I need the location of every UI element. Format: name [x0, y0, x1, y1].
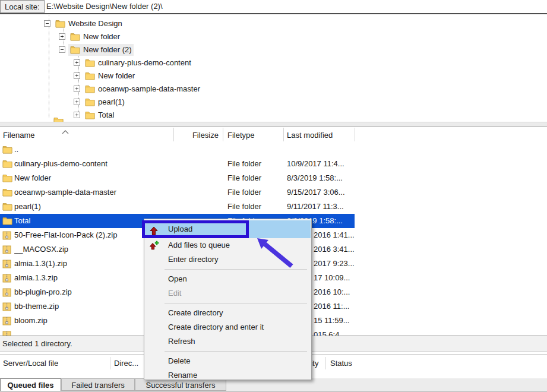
expand-plus-icon[interactable] — [74, 99, 80, 105]
column-divider[interactable] — [173, 128, 174, 141]
expand-plus-icon[interactable] — [74, 59, 80, 66]
file-last-modified: 2017 9:23... — [314, 257, 355, 271]
file-row-culinary-plus-demo-content[interactable]: culinary-plus-demo-contentFile folder10/… — [0, 157, 547, 171]
folder-icon — [2, 174, 12, 184]
tree-item-label: oceanwp-sample-data-master — [98, 83, 200, 95]
file-row-new-folder[interactable]: New folderFile folder8/3/2019 1:58:... — [0, 171, 547, 185]
menu-item-label: Rename — [168, 371, 197, 380]
folder-icon — [85, 98, 95, 106]
menu-item-label: Create directory and enter it — [168, 323, 264, 331]
tab-label: Successful transfers — [146, 381, 215, 390]
tree-item-label-wrap[interactable]: Website Design — [53, 18, 124, 30]
filezilla-local-pane: Local site: E:\Website Design\New folder… — [0, 0, 547, 392]
zip-file-icon — [2, 302, 11, 311]
collapse-minus-icon[interactable] — [44, 20, 50, 27]
zip-file-icon — [2, 274, 11, 283]
tree-item-label-wrap[interactable]: Total — [83, 109, 116, 121]
folder-icon — [2, 203, 12, 211]
zip-file-icon — [2, 260, 11, 268]
file-last-modified: 15 11:59... — [314, 314, 355, 328]
column-header-filesize[interactable]: Filesize — [173, 127, 219, 143]
local-site-path-input[interactable]: E:\Website Design\New folder (2)\ — [46, 0, 163, 13]
folder-icon — [2, 146, 12, 154]
tree-item-label-wrap[interactable]: oceanwp-sample-data-master — [83, 83, 202, 95]
zip-icon — [2, 274, 11, 284]
tab-successful-transfers[interactable]: Successful transfers — [135, 378, 226, 391]
tree-item-clipped-folder[interactable] — [53, 117, 64, 122]
column-divider[interactable] — [110, 357, 110, 369]
menu-item-open[interactable]: Open — [145, 272, 311, 286]
zip-icon — [2, 231, 11, 242]
column-header-filename[interactable]: Filename — [3, 127, 169, 143]
menu-item-refresh[interactable]: Refresh — [145, 334, 311, 349]
folder-icon — [2, 160, 12, 170]
expand-plus-icon[interactable] — [74, 112, 80, 118]
menu-separator — [165, 351, 307, 352]
menu-item-label: Delete — [168, 356, 191, 365]
folder-icon — [2, 188, 12, 198]
column-divider[interactable] — [355, 128, 355, 141]
tree-item-label: culinary-plus-demo-content — [98, 57, 191, 69]
column-header-last-modified[interactable]: Last modified — [287, 127, 352, 143]
file-last-modified: 10/9/2017 11:4... — [287, 157, 355, 171]
folder-icon — [2, 146, 12, 156]
menu-item-label: Edit — [168, 289, 181, 298]
menu-item-label: Open — [168, 274, 187, 283]
queue-tab-bar: Queued filesFailed transfersSuccessful t… — [0, 378, 547, 391]
tree-item-label-wrap[interactable]: New folder (2) — [68, 44, 134, 56]
file-last-modified: 2016 1:41... — [314, 228, 355, 242]
menu-item-create-directory-and-enter-it[interactable]: Create directory and enter it — [145, 320, 311, 334]
file-row--[interactable]: .. — [0, 143, 547, 157]
zip-icon — [2, 317, 11, 327]
file-name: pearl(1) — [14, 200, 173, 214]
folder-icon — [85, 111, 95, 119]
queue-column-direc-[interactable]: Direc... — [114, 355, 138, 372]
menu-item-delete[interactable]: Delete — [145, 354, 311, 368]
tree-item-label-wrap[interactable]: pearl(1) — [83, 96, 127, 108]
tree-item-label: New folder (2) — [83, 44, 132, 56]
file-last-modified: 9/11/2017 11:3... — [287, 200, 355, 214]
tab-failed-transfers[interactable]: Failed transfers — [61, 378, 135, 391]
expand-plus-icon[interactable] — [59, 33, 65, 40]
folder-icon — [85, 85, 95, 93]
file-row-pearl-1-[interactable]: pearl(1)File folder9/11/2017 11:3... — [0, 200, 547, 214]
column-header-filetype[interactable]: Filetype — [227, 127, 281, 143]
expand-plus-icon[interactable] — [74, 86, 80, 92]
menu-item-create-directory[interactable]: Create directory — [145, 306, 311, 320]
file-name: oceanwp-sample-data-master — [14, 185, 173, 200]
zip-icon — [2, 260, 11, 270]
tree-item-label-wrap[interactable]: New folder — [68, 31, 122, 43]
file-row-oceanwp-sample-data-master[interactable]: oceanwp-sample-data-masterFile folder9/1… — [0, 185, 547, 200]
file-last-modified: 17 10:09... — [314, 271, 355, 285]
zip-file-icon — [2, 231, 11, 240]
column-divider[interactable] — [223, 128, 223, 141]
menu-item-rename[interactable]: Rename — [145, 368, 311, 380]
tree-item-label-wrap[interactable]: New folder — [83, 70, 137, 82]
file-last-modified: 2016 3:41... — [314, 242, 355, 257]
folder-icon — [85, 72, 95, 80]
tree-item-label-wrap[interactable]: culinary-plus-demo-content — [83, 57, 193, 69]
annotation-arrow-icon — [252, 235, 300, 271]
folder-icon — [2, 217, 12, 227]
zip-file-icon — [2, 245, 11, 254]
status-text: Selected 1 directory. — [2, 339, 72, 348]
zip-icon — [2, 302, 11, 313]
file-last-modified: 2016 11:... — [314, 299, 355, 314]
collapse-minus-icon[interactable] — [59, 46, 65, 53]
tab-queued-files[interactable]: Queued files — [0, 378, 61, 391]
folder-icon — [2, 217, 12, 225]
file-type: File folder — [227, 200, 284, 214]
menu-item-label: Add files to queue — [168, 241, 230, 249]
queue-column-server-local-file[interactable]: Server/Local file — [3, 355, 58, 372]
expand-plus-icon[interactable] — [74, 72, 80, 79]
folder-icon — [70, 46, 80, 54]
column-divider[interactable] — [283, 128, 284, 141]
pane-splitter[interactable] — [0, 122, 547, 127]
column-divider[interactable] — [325, 357, 326, 369]
file-name: .. — [14, 143, 173, 157]
tree-item-label: New folder — [83, 31, 120, 43]
folder-icon — [55, 20, 65, 28]
folder-icon — [2, 203, 12, 213]
tab-label: Queued files — [7, 381, 53, 390]
queue-column-status[interactable]: Status — [330, 355, 352, 372]
